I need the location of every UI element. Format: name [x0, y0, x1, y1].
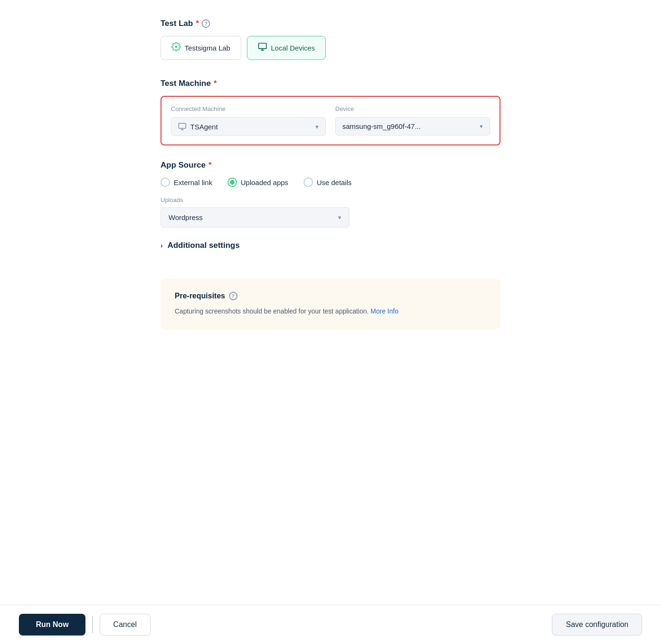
connected-machine-value: TSAgent	[190, 123, 218, 131]
machine-monitor-icon	[178, 122, 186, 131]
app-source-required: *	[208, 161, 212, 170]
bottom-bar-divider	[92, 616, 93, 633]
local-devices-label: Local Devices	[271, 44, 315, 52]
radio-external-link[interactable]: External link	[161, 178, 212, 187]
prereq-text-content: Capturing screenshots should be enabled …	[175, 307, 369, 315]
radio-uploaded-apps[interactable]: Uploaded apps	[228, 178, 288, 187]
prereq-more-info-link[interactable]: More Info	[371, 307, 398, 315]
external-link-label: External link	[174, 178, 212, 186]
local-devices-button[interactable]: Local Devices	[247, 36, 326, 60]
prereq-title-row: Pre-requisites ?	[175, 292, 486, 300]
run-now-button[interactable]: Run Now	[19, 614, 85, 636]
save-configuration-button[interactable]: Save configuration	[552, 614, 642, 636]
app-source-section: App Source * External link Uploaded apps…	[161, 161, 500, 228]
bottom-action-bar: Run Now Cancel Save configuration	[0, 605, 661, 644]
svg-rect-0	[258, 43, 266, 49]
svg-rect-4	[179, 123, 186, 128]
test-lab-title: Test Lab	[161, 19, 193, 28]
prereq-box: Pre-requisites ? Capturing screenshots s…	[161, 279, 500, 330]
lab-buttons-group: Testsigma Lab Local Devices	[161, 36, 500, 60]
additional-settings-section: › Additional settings	[161, 241, 500, 250]
gear-icon	[171, 42, 181, 54]
test-machine-label: Test Machine *	[161, 79, 500, 88]
test-lab-required: *	[196, 19, 199, 28]
connected-machine-dropdown[interactable]: TSAgent ▾	[171, 117, 326, 136]
radio-use-details[interactable]: Use details	[304, 178, 352, 187]
uploads-dropdown[interactable]: Wordpress ▾	[161, 207, 349, 228]
radio-circle-use-details	[304, 178, 313, 187]
machine-box: Connected Machine TSAgent ▾ Device	[161, 96, 500, 145]
testsigma-lab-button[interactable]: Testsigma Lab	[161, 36, 241, 60]
use-details-label: Use details	[317, 178, 352, 186]
bottom-bar-left: Run Now Cancel	[19, 614, 151, 636]
test-lab-section: Test Lab * ? Testsigma Lab	[161, 19, 500, 60]
uploads-value: Wordpress	[169, 213, 203, 221]
prereq-help-icon[interactable]: ?	[229, 292, 237, 300]
uploads-chevron: ▾	[338, 214, 341, 221]
test-lab-label: Test Lab * ?	[161, 19, 500, 28]
prereq-text: Capturing screenshots should be enabled …	[175, 306, 486, 316]
test-machine-required: *	[213, 79, 217, 88]
uploaded-apps-label: Uploaded apps	[241, 178, 288, 186]
test-machine-section: Test Machine * Connected Machine TSAgent…	[161, 79, 500, 145]
additional-settings-toggle[interactable]: › Additional settings	[161, 241, 500, 250]
radio-circle-uploaded	[228, 178, 237, 187]
test-machine-title: Test Machine	[161, 79, 211, 88]
uploads-label: Uploads	[161, 196, 500, 203]
uploads-group: Uploads Wordpress ▾	[161, 196, 500, 228]
connected-machine-chevron: ▾	[315, 123, 319, 130]
connected-machine-label: Connected Machine	[171, 105, 326, 112]
device-col: Device samsung-sm_g960f-47... ▾	[335, 105, 490, 136]
cancel-button[interactable]: Cancel	[100, 614, 151, 636]
testsigma-lab-label: Testsigma Lab	[185, 44, 230, 52]
device-chevron: ▾	[480, 123, 483, 130]
app-source-label: App Source *	[161, 161, 500, 170]
additional-settings-label: Additional settings	[168, 241, 240, 250]
svg-rect-3	[260, 48, 261, 49]
device-label: Device	[335, 105, 490, 112]
radio-circle-external	[161, 178, 170, 187]
prereq-title: Pre-requisites	[175, 292, 225, 300]
test-lab-help-icon[interactable]: ?	[202, 19, 210, 28]
app-source-title: App Source	[161, 161, 205, 170]
app-source-radio-group: External link Uploaded apps Use details	[161, 178, 500, 187]
device-dropdown[interactable]: samsung-sm_g960f-47... ▾	[335, 117, 490, 136]
device-value: samsung-sm_g960f-47...	[342, 122, 421, 130]
additional-settings-chevron-icon: ›	[161, 242, 163, 249]
connected-machine-col: Connected Machine TSAgent ▾	[171, 105, 326, 136]
monitor-icon	[258, 42, 267, 54]
